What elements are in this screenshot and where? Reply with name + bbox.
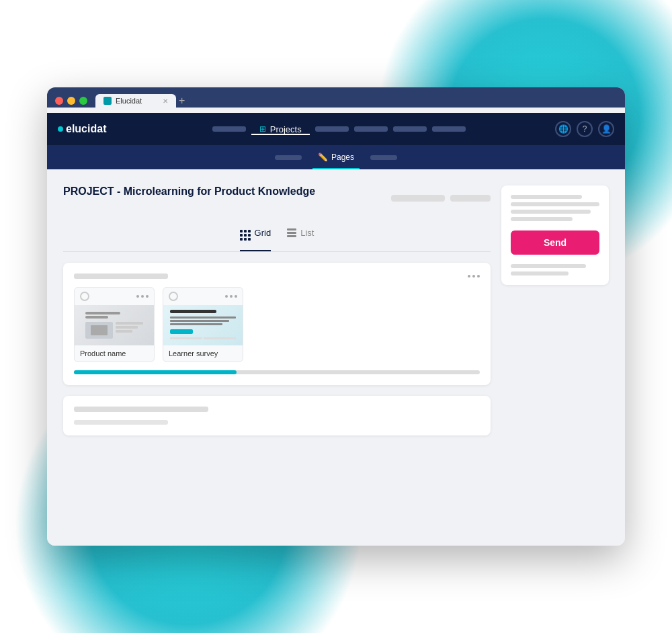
- card-checkbox-2[interactable]: [169, 292, 178, 301]
- courses-card-section: Product name: [63, 263, 491, 385]
- nav-placeholder-5[interactable]: [432, 126, 466, 132]
- section-menu-button[interactable]: [468, 275, 480, 278]
- nav-placeholder-4[interactable]: [393, 126, 427, 132]
- app-logo: elucidat: [58, 123, 106, 135]
- content-left: PROJECT - Microlearning for Product Know…: [63, 185, 491, 530]
- help-icon-button[interactable]: ?: [577, 121, 593, 137]
- nav-item-projects-label: Projects: [270, 124, 302, 134]
- sidebar-line-1: [511, 195, 582, 199]
- section-2-subtitle: [74, 420, 168, 425]
- progress-bar: [74, 370, 480, 374]
- browser-window: Elucidat ✕ + elucidat ⊞ Projects 🌐 ? 👤: [47, 87, 625, 546]
- sub-nav-placeholder-1[interactable]: [275, 155, 302, 160]
- sidebar-card: Send: [501, 185, 609, 285]
- sub-navbar: ✏️ Pages: [47, 145, 625, 169]
- traffic-lights: [55, 97, 87, 105]
- dot-1: [468, 275, 470, 278]
- list-label: List: [300, 228, 314, 238]
- second-card-section: [63, 396, 491, 435]
- course-card-survey[interactable]: Learner survey: [163, 287, 243, 362]
- nav-item-projects[interactable]: ⊞ Projects: [251, 124, 310, 134]
- content-right: Send: [501, 185, 609, 530]
- cards-grid: Product name: [74, 287, 480, 362]
- close-button[interactable]: [55, 97, 63, 105]
- section-title: [74, 273, 168, 279]
- send-button[interactable]: Send: [511, 230, 599, 255]
- grid-icon: [240, 224, 251, 241]
- account-icon-button[interactable]: 👤: [598, 121, 614, 137]
- card-thumbnail-1: [75, 305, 154, 345]
- card-menu-1[interactable]: [136, 295, 149, 298]
- tab-favicon: [103, 97, 112, 105]
- tab-title: Elucidat: [116, 97, 142, 105]
- action-placeholder-2[interactable]: [450, 195, 491, 202]
- card-thumbnail-2: [163, 305, 243, 345]
- card-name-2: Learner survey: [163, 345, 243, 362]
- grid-view-button[interactable]: Grid: [240, 224, 271, 246]
- logo-text: elucidat: [66, 123, 106, 135]
- list-view-button[interactable]: List: [287, 224, 314, 246]
- card-header-2: [163, 288, 243, 305]
- maximize-button[interactable]: [79, 97, 87, 105]
- action-placeholder-1[interactable]: [391, 195, 445, 202]
- sidebar-info-lines: [511, 195, 599, 221]
- course-card-product[interactable]: Product name: [74, 287, 155, 362]
- grid-label: Grid: [255, 228, 271, 238]
- view-toggle: Grid List: [63, 224, 491, 252]
- sidebar-bottom-info: [511, 264, 599, 276]
- main-content: PROJECT - Microlearning for Product Know…: [47, 169, 625, 546]
- project-title: PROJECT - Microlearning for Product Know…: [63, 185, 315, 198]
- sidebar-line-4: [511, 217, 573, 221]
- tab-close-icon[interactable]: ✕: [163, 97, 168, 105]
- globe-icon-button[interactable]: 🌐: [555, 121, 571, 137]
- app-navbar: elucidat ⊞ Projects 🌐 ? 👤: [47, 113, 625, 145]
- section-2-title: [74, 407, 208, 412]
- card-menu-2[interactable]: [225, 295, 237, 298]
- new-tab-button[interactable]: +: [179, 95, 185, 107]
- browser-chrome: Elucidat ✕ +: [47, 87, 625, 108]
- browser-titlebar: Elucidat ✕ +: [55, 94, 617, 108]
- pencil-icon: ✏️: [318, 153, 328, 162]
- card-header-1: [75, 288, 154, 305]
- nav-placeholder-3[interactable]: [354, 126, 388, 132]
- card-name-1: Product name: [75, 345, 154, 362]
- nav-items: ⊞ Projects: [122, 124, 555, 134]
- sidebar-bottom-line-1: [511, 264, 586, 268]
- sidebar-line-3: [511, 210, 591, 214]
- sub-nav-pages-label: Pages: [331, 153, 354, 162]
- sub-nav-placeholder-2[interactable]: [370, 155, 397, 160]
- section-header: [74, 273, 480, 279]
- dot-2: [472, 275, 475, 278]
- card-checkbox-1[interactable]: [80, 292, 89, 301]
- nav-placeholder-1[interactable]: [212, 126, 246, 132]
- minimize-button[interactable]: [67, 97, 75, 105]
- sidebar-bottom-line-2: [511, 271, 569, 276]
- browser-tab[interactable]: Elucidat ✕: [95, 94, 176, 108]
- dot-3: [477, 275, 480, 278]
- sidebar-line-2: [511, 202, 599, 206]
- logo-dot: [58, 126, 63, 132]
- list-icon: [287, 228, 296, 237]
- nav-right: 🌐 ? 👤: [555, 121, 614, 137]
- nav-placeholder-2[interactable]: [315, 126, 349, 132]
- sub-nav-item-pages[interactable]: ✏️ Pages: [312, 145, 360, 169]
- projects-icon: ⊞: [259, 124, 266, 134]
